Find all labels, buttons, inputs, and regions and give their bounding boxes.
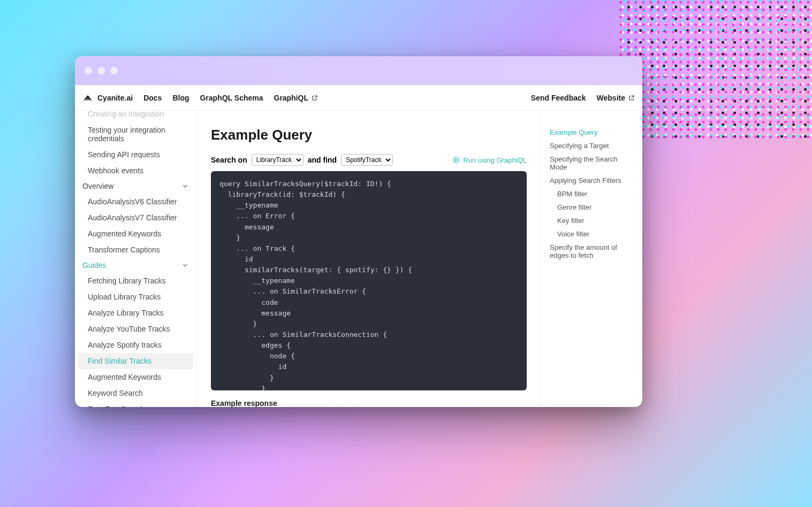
sidebar-item[interactable]: Analyze YouTube Tracks [75,321,196,337]
sidebar-item[interactable]: Testing your integration credentials [75,122,196,147]
sidebar-item[interactable]: Transformer Captions [75,242,196,258]
nav-schema[interactable]: GraphQL Schema [200,94,263,102]
and-find-label: and find [308,156,337,164]
sidebar-item[interactable]: Upload Library Tracks [75,289,196,305]
toc-item[interactable]: Applying Search Filters [550,174,635,187]
sidebar-item[interactable]: Augmented Keywords [75,226,196,242]
nav-feedback[interactable]: Send Feedback [531,94,586,102]
top-nav: Cyanite.ai Docs Blog GraphQL Schema Grap… [75,85,642,111]
sidebar-item[interactable]: Analyze Spotify tracks [75,337,196,353]
toc-item[interactable]: Specifying a Target [550,139,635,152]
nav-website-label: Website [597,94,625,102]
and-find-select[interactable]: SpotifyTrack [341,154,393,166]
main-content: Example Query Search on LibraryTrack and… [197,111,541,407]
window-minimize-button[interactable] [97,67,105,74]
chevron-down-icon [181,262,189,269]
sidebar-item[interactable]: Augmented Keywords [75,369,196,385]
sidebar-item[interactable]: Fetching Library Tracks [75,273,196,289]
sidebar-item-truncated[interactable]: Creating an Integration [75,111,196,122]
sidebar-item[interactable]: Webhook events [75,163,196,179]
desktop-background: Cyanite.ai Docs Blog GraphQL Schema Grap… [0,0,812,507]
sidebar-item[interactable]: Keyword Search [75,385,196,401]
sidebar-group-label: Guides [82,261,106,270]
nav-graphiql-label: GraphiQL [274,94,309,102]
window-close-button[interactable] [85,67,92,74]
window-maximize-button[interactable] [110,67,118,74]
run-label: Run using GraphiQL [463,156,527,164]
brand[interactable]: Cyanite.ai [82,93,133,103]
query-controls: Search on LibraryTrack and find SpotifyT… [211,154,527,166]
toc-item[interactable]: Voice filter [550,227,635,241]
nav-blog[interactable]: Blog [172,94,189,102]
play-icon [452,156,460,164]
run-graphiql-link[interactable]: Run using GraphiQL [452,156,527,164]
sidebar-item-active[interactable]: Find Similar Tracks [78,353,193,369]
toc-item[interactable]: Example Query [550,126,635,139]
code-block[interactable]: query SimilarTracksQuery($trackId: ID!) … [211,171,527,390]
external-link-icon [628,95,635,101]
brand-name: Cyanite.ai [97,94,133,102]
sidebar-item[interactable]: Sending API requests [75,147,196,163]
external-link-icon [312,95,318,101]
sidebar-item[interactable]: AudioAnalysisV7 Classifier [75,210,196,226]
toc-item[interactable]: Specifying the Search Mode [550,152,635,174]
table-of-contents: Example QuerySpecifying a TargetSpecifyi… [541,111,642,407]
sidebar: Creating an Integration Testing your int… [75,111,197,407]
sidebar-group-guides[interactable]: Guides [75,258,196,273]
nav-docs[interactable]: Docs [143,94,162,102]
sidebar-item[interactable]: AudioAnalysisV6 Classifier [75,194,196,210]
example-response-heading: Example response [211,399,527,407]
nav-website[interactable]: Website [597,94,635,102]
sidebar-group-label: Overview [82,182,113,190]
content-body: Creating an Integration Testing your int… [75,111,642,407]
toc-item[interactable]: Key filter [550,214,635,227]
chevron-down-icon [181,182,189,190]
sidebar-group-overview[interactable]: Overview [75,179,196,194]
search-on-label: Search on [211,156,247,164]
nav-graphiql[interactable]: GraphiQL [274,94,318,102]
toc-item[interactable]: BPM filter [550,187,635,201]
toc-item[interactable]: Specify the amount of edges to fetch [550,241,635,262]
decorative-noise [619,0,812,139]
browser-window: Cyanite.ai Docs Blog GraphQL Schema Grap… [75,56,642,407]
page-title: Example Query [211,127,527,143]
brand-logo-icon [82,93,93,103]
search-on-select[interactable]: LibraryTrack [252,154,303,166]
svg-point-0 [453,157,459,163]
toc-item[interactable]: Genre filter [550,201,635,214]
sidebar-item[interactable]: Free Text Search [75,401,196,407]
sidebar-item[interactable]: Analyze Library Tracks [75,305,196,321]
window-titlebar [75,56,642,85]
